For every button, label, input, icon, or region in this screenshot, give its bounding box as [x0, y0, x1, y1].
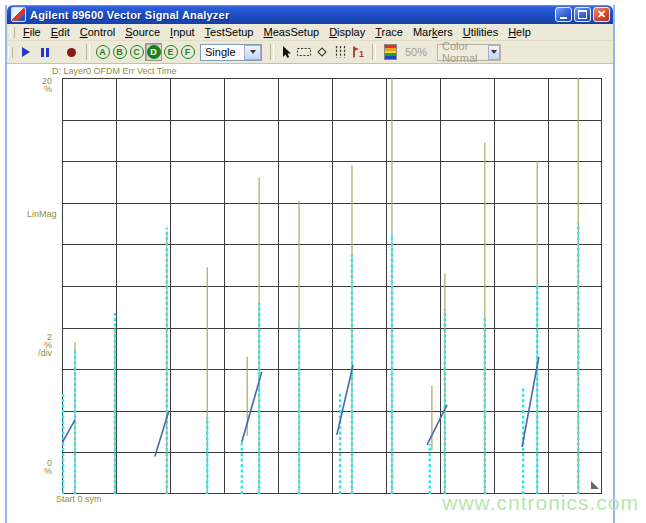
toolbar-grip	[8, 47, 13, 58]
y-axis-unit-label: LinMag	[27, 210, 57, 218]
zoom-box-icon[interactable]	[296, 44, 312, 60]
trace-button-b[interactable]: B	[111, 43, 128, 61]
menu-item-markers[interactable]: Markers	[408, 25, 458, 39]
title-bar: Agilent 89600 Vector Signal Analyzer ✕	[7, 5, 613, 24]
trace-button-c[interactable]: C	[128, 43, 145, 61]
menu-item-testsetup[interactable]: TestSetup	[200, 25, 259, 39]
toolbar: ABCDEF Single 1 50%	[7, 41, 613, 64]
color-mode-select[interactable]: Color Normal	[437, 44, 501, 61]
axis-end-marker	[591, 481, 599, 489]
play-icon[interactable]	[22, 47, 30, 57]
sweep-mode-select[interactable]: Single	[200, 44, 262, 61]
menu-item-meassetup[interactable]: MeasSetup	[258, 25, 324, 39]
grid-lines	[62, 78, 602, 494]
record-icon[interactable]	[67, 48, 76, 57]
trace-button-a[interactable]: A	[94, 43, 111, 61]
menu-grip	[10, 27, 15, 38]
minimize-button[interactable]	[555, 7, 572, 22]
watermark: www.cntronics.com	[442, 491, 639, 515]
toolbar-separator	[86, 44, 90, 60]
maximize-icon	[578, 10, 587, 19]
color-mode-value: Color Normal	[442, 40, 487, 64]
menu-item-trace[interactable]: Trace	[370, 25, 408, 39]
trace-plot-area[interactable]	[62, 78, 602, 494]
dropdown-arrow-icon[interactable]	[244, 45, 261, 60]
close-button[interactable]: ✕	[593, 7, 610, 22]
menu-item-help[interactable]: Help	[503, 25, 536, 39]
measurement-display: D: Layer0 OFDM Err Vect Time 20 % LinMag…	[7, 64, 613, 523]
trace-ramps	[62, 357, 539, 457]
sweep-mode-value: Single	[205, 46, 236, 58]
trace-button-group: ABCDEF	[94, 43, 196, 61]
symbol-samples	[63, 224, 578, 494]
minimize-icon	[560, 17, 567, 19]
toolbar-separator	[270, 44, 274, 60]
y-axis-scale-label: 2 % /div	[28, 333, 52, 357]
close-icon: ✕	[597, 9, 606, 20]
menu-item-edit[interactable]: Edit	[46, 25, 75, 39]
pause-icon[interactable]	[41, 48, 49, 57]
toolbar-separator	[372, 44, 376, 60]
trace-button-d[interactable]: D	[145, 43, 162, 61]
cursor-arrow-icon[interactable]	[278, 44, 294, 60]
screen: Agilent 89600 Vector Signal Analyzer ✕ F…	[0, 0, 646, 523]
zoom-level-label[interactable]: 50%	[405, 46, 427, 58]
dropdown-arrow-icon[interactable]	[488, 45, 501, 60]
trace-button-f[interactable]: F	[179, 43, 196, 61]
menu-item-utilities[interactable]: Utilities	[458, 25, 503, 39]
menu-item-input[interactable]: Input	[165, 25, 199, 39]
app-window: Agilent 89600 Vector Signal Analyzer ✕ F…	[5, 5, 615, 523]
menu-item-display[interactable]: Display	[324, 25, 370, 39]
menu-item-source[interactable]: Source	[120, 25, 165, 39]
y-axis-bottom-label: 0 %	[28, 459, 52, 475]
x-axis-start-label: Start 0 sym	[56, 495, 102, 503]
menu-bar: FileEditControlSourceInputTestSetupMeasS…	[7, 24, 613, 41]
trace-button-e[interactable]: E	[162, 43, 179, 61]
menu-item-control[interactable]: Control	[75, 25, 120, 39]
app-icon	[11, 7, 26, 22]
color-scale-icon	[384, 44, 397, 60]
diamond-marker-icon[interactable]	[314, 44, 330, 60]
svg-text:1: 1	[359, 49, 364, 59]
marker-1-icon[interactable]: 1	[350, 44, 366, 60]
menu-item-file[interactable]: File	[18, 25, 46, 39]
y-axis-top-label: 20 %	[28, 77, 52, 93]
band-markers-icon[interactable]	[332, 44, 348, 60]
window-title: Agilent 89600 Vector Signal Analyzer	[30, 9, 553, 21]
trace-title: D: Layer0 OFDM Err Vect Time	[52, 66, 177, 76]
maximize-button[interactable]	[574, 7, 591, 22]
